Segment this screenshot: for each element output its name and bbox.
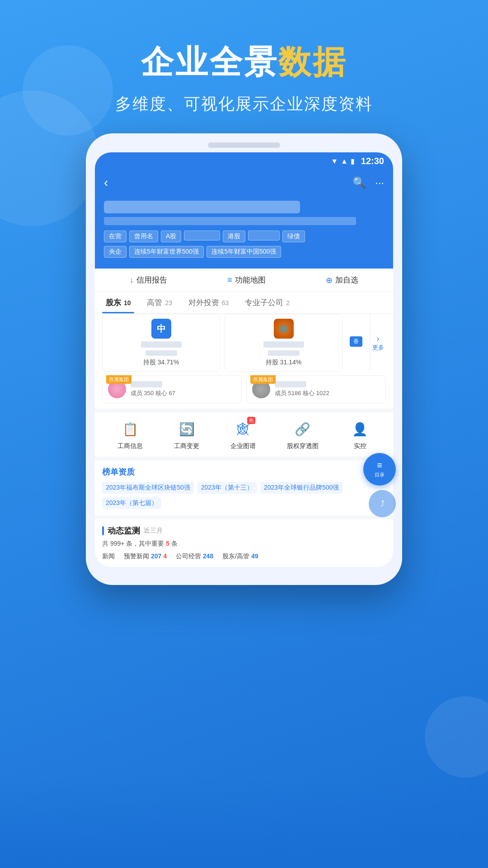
tab-executive-label: 高管 [147,298,162,307]
float-secondary-button[interactable]: ⤴ [369,490,393,517]
shareholder-hk: 香 [347,314,365,372]
tab-executive-count: 23 [163,299,172,307]
feature-enterprise-map[interactable]: 🕸 热 企业图谱 [230,419,256,450]
tab-subsidiary[interactable]: 专业子公司 2 [241,292,293,313]
map-label: 功能地图 [235,275,266,285]
tab-investment[interactable]: 对外投资 63 [185,292,232,313]
monitor-important-count: 5 [166,540,169,547]
feature-equity-penetration[interactable]: 🔗 股权穿透图 [287,419,319,450]
ranking-tag-1[interactable]: 2023年福布斯全球区块链50强 [102,482,194,494]
hero-subtitle: 多维度、可视化展示企业深度资料 [0,93,488,115]
credit-report-button[interactable]: ↓ 信用报告 [130,275,167,285]
ranking-tag-2[interactable]: 2023年（第十三） [197,482,257,494]
shareholder-card-2[interactable]: 🌐 持股 31.14% [225,314,343,372]
shareholder-pct-1: 持股 34.71% [143,359,179,367]
monitor-stat-operation: 公司经营 248 [176,552,213,561]
battery-icon: ▮ [351,157,355,165]
search-button[interactable]: 🔍 [352,176,366,189]
tab-subsidiary-count: 2 [284,299,290,307]
tag-a-share-detail [184,231,220,241]
group-badge-1: 所属集团 [106,375,131,384]
group-card-1[interactable]: 所属集团 成员 350 核心 67 [102,375,242,403]
tag-central[interactable]: 央企 [104,246,127,258]
enterprise-map-icon: 🕸 [237,422,249,437]
tag-a-share[interactable]: A股 [161,231,181,242]
action-row: ↓ 信用报告 ≡ 功能地图 ⊕ 加自选 [95,269,393,292]
ranking-tag-3[interactable]: 2023年全球银行品牌500强 [260,482,343,494]
monitor-stat-warning: 预警新闻 207 4 [124,552,167,561]
wifi-icon: ▼ [331,157,338,165]
feature-label-5: 实控 [354,442,366,450]
header-actions: 🔍 ··· [352,176,384,189]
phone-mockup: ▼ ▲ ▮ 12:30 ‹ 🔍 ··· 在营 曾用 [86,133,402,585]
tag-green-bond[interactable]: 绿债 [282,231,305,242]
watchlist-button[interactable]: ⊕ 加自选 [326,275,358,285]
group-card-2[interactable]: 所属集团 成员 5186 核心 1022 [246,375,386,403]
company-tags-row: 在营 曾用名 A股 港股 绿债 [104,231,384,242]
features-row: 📋 工商信息 🔄 工商变更 🕸 热 企业图谱 [95,409,393,457]
monitor-subtitle: 近三月 [144,527,163,535]
app-header: ‹ 🔍 ··· [95,170,393,197]
tab-shareholder[interactable]: 股东 10 [102,292,134,313]
ranking-tag-4[interactable]: 2023年（第七届） [102,497,161,509]
status-time: 12:30 [361,156,384,166]
bottom-decoration [0,778,488,868]
tag-fortune-world[interactable]: 连续5年财富世界500强 [129,246,204,258]
hero-section: 企业全景数据 多维度、可视化展示企业深度资料 [0,0,488,133]
tag-fortune-china[interactable]: 连续5年财富中国500强 [206,246,281,258]
groups-row: 所属集团 成员 350 核心 67 所属集团 成员 5186 核心 1022 [95,375,393,409]
group-name-blur-2 [275,381,306,387]
tab-investment-count: 63 [220,299,229,307]
shareholder-card-1[interactable]: 中 持股 34.71% [102,314,220,372]
feature-icon-wrap-3: 🕸 热 [233,419,253,439]
bg-decoration-3 [425,696,488,778]
feature-icon-wrap-1: 📋 [120,419,141,439]
tag-hk-share-detail [248,231,280,241]
group-info-1: 成员 350 核心 67 [131,381,236,397]
hero-title: 企业全景数据 [0,41,488,84]
monitor-bar [102,526,104,535]
tab-shareholder-label: 股东 [106,298,121,307]
shareholder-pct-2: 持股 31.14% [266,359,301,367]
shareholders-section: 中 持股 34.71% 🌐 持股 31.14% 香 [95,314,393,375]
tag-operating[interactable]: 在营 [104,231,127,242]
float-menu-label: 目录 [375,472,385,478]
float-menu-button[interactable]: ≡ 目录 [363,453,393,486]
status-bar: ▼ ▲ ▮ 12:30 [95,152,393,170]
shareholder-name-blur-2 [263,341,304,348]
tag-former-name[interactable]: 曾用名 [129,231,158,242]
function-map-button[interactable]: ≡ 功能地图 [227,275,266,285]
monitor-header: 动态监测 近三月 [102,525,386,536]
feature-business-info[interactable]: 📋 工商信息 [117,419,143,450]
business-info-icon: 📋 [122,422,138,437]
feature-label-4: 股权穿透图 [287,442,319,450]
download-icon: ↓ [130,275,134,285]
feature-business-change[interactable]: 🔄 工商变更 [174,419,199,450]
equity-icon: 🔗 [295,422,310,437]
float-secondary-icon: ⤴ [380,499,385,509]
tag-hk-share[interactable]: 港股 [223,231,245,242]
company-tags-row-2: 央企 连续5年财富世界500强 连续5年财富中国500强 [104,246,384,258]
feature-actual-control[interactable]: 👤 实控 [350,419,371,450]
tab-shareholder-count: 10 [122,299,131,307]
rankings-header: 榜单资质 [102,467,386,477]
shareholder-name-blur2-1 [145,350,177,356]
company-subtitle [104,217,356,225]
ranking-tags: 2023年福布斯全球区块链50强 2023年（第十三） 2023年全球银行品牌5… [102,482,386,509]
more-shareholders-button[interactable]: › 更多 [370,314,386,372]
actual-control-icon: 👤 [352,422,368,437]
feature-label-3: 企业图谱 [230,442,256,450]
company-name [104,201,300,213]
monitor-section: 动态监测 近三月 共 999+ 条，其中重要 5 条 新闻 预警新闻 207 4… [95,515,393,567]
shareholder-avatar-2: 🌐 [274,319,294,339]
business-change-icon: 🔄 [179,422,195,437]
more-button[interactable]: ··· [375,176,384,189]
signal-icon: ▲ [341,157,348,165]
shareholder-avatar-1: 中 [151,319,171,339]
more-icon: › [377,334,380,344]
tab-executive[interactable]: 高管 23 [143,292,175,313]
back-button[interactable]: ‹ [104,175,108,190]
shareholder-name-blur-1 [141,341,182,348]
rankings-section: 榜单资质 2023年福布斯全球区块链50强 2023年（第十三） 2023年全球… [95,457,393,515]
phone-wrapper: ▼ ▲ ▮ 12:30 ‹ 🔍 ··· 在营 曾用 [0,133,488,585]
